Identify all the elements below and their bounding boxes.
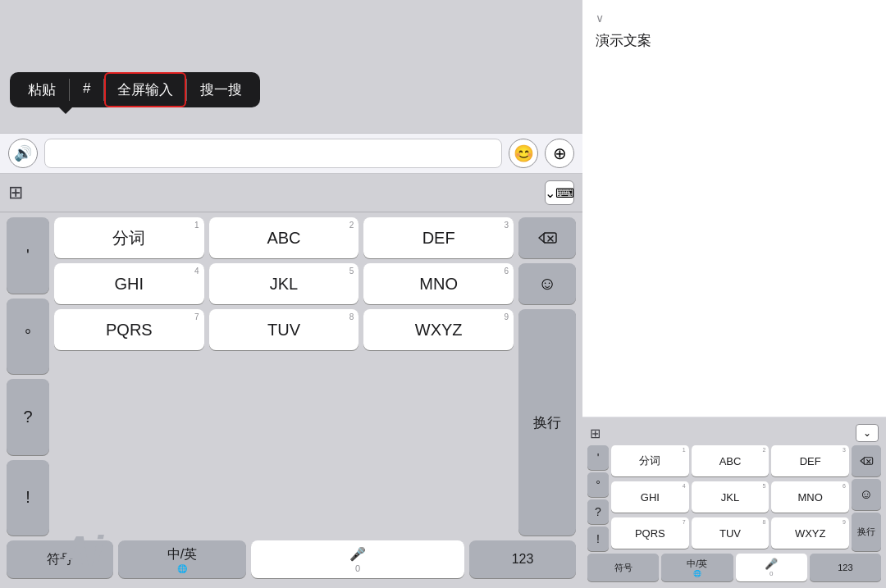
- symbol-column: ' ° ? !: [7, 217, 49, 536]
- right-content-area: ∨ 演示文案: [582, 0, 886, 417]
- mini-pqrs[interactable]: 7 PQRS: [611, 517, 689, 549]
- mini-symbol-bottom[interactable]: 符号: [587, 554, 659, 581]
- hide-keyboard-icon: ⌄⌨: [545, 185, 574, 201]
- voice-button[interactable]: 🔊: [8, 139, 38, 168]
- symbol-question[interactable]: ?: [7, 379, 49, 455]
- key-6-label: MNO: [419, 275, 458, 294]
- mini-1-label: 分词: [639, 454, 660, 468]
- key-abc[interactable]: 2 ABC: [209, 217, 359, 258]
- mini-5-label: JKL: [721, 491, 739, 504]
- mini-4-label: GHI: [641, 491, 660, 504]
- enter-key[interactable]: 换行: [518, 309, 576, 536]
- key-pqrs[interactable]: 7 PQRS: [54, 309, 204, 350]
- key-row-3: 7 PQRS 8 TUV 9 WXYZ: [54, 309, 514, 350]
- mini-1-num: 1: [683, 447, 686, 453]
- hide-keyboard-button[interactable]: ⌄⌨: [545, 180, 574, 205]
- key-7-label: PQRS: [106, 321, 153, 340]
- right-panel: ∨ 演示文案 ⊞ ⌄ ' ° ? !: [582, 0, 886, 588]
- emoji-icon: 😊: [514, 144, 534, 163]
- mini-chinese-bottom[interactable]: 中/英 🌐: [661, 554, 733, 581]
- plus-button[interactable]: ⊕: [545, 139, 574, 168]
- mini-enter-key[interactable]: 换行: [852, 513, 881, 551]
- text-input[interactable]: [44, 139, 502, 168]
- space-number-label: 0: [355, 563, 360, 573]
- key-9-number: 9: [504, 312, 509, 321]
- key-3-number: 3: [504, 221, 509, 230]
- mini-keyboard: ⊞ ⌄ ' ° ? ! 1 分词: [582, 417, 886, 588]
- tooltip-fullscreen[interactable]: 全屏输入: [104, 72, 186, 107]
- left-panel: 粘贴 # 全屏输入 搜一搜 🔊 😊 ⊕ ⊞ ⌄⌨ ': [0, 0, 582, 588]
- globe-sub: 🌐: [177, 564, 187, 573]
- mini-keyboard-toolbar: ⊞ ⌄: [585, 421, 884, 445]
- key-4-label: GHI: [115, 275, 144, 294]
- mini-5-num: 5: [762, 483, 765, 489]
- mini-def[interactable]: 3 DEF: [771, 445, 849, 476]
- space-mic-icon: 🎤: [349, 546, 366, 562]
- mini-backspace[interactable]: [852, 445, 881, 476]
- mini-question[interactable]: ?: [587, 499, 609, 524]
- key-wxyz[interactable]: 9 WXYZ: [363, 309, 514, 350]
- backspace-key[interactable]: [518, 217, 576, 258]
- number-label: 123: [512, 552, 534, 567]
- key-6-number: 6: [504, 267, 509, 276]
- key-jkl[interactable]: 5 JKL: [209, 263, 359, 304]
- mini-enter-label: 换行: [857, 526, 875, 538]
- mini-8-label: TUV: [719, 527, 741, 540]
- mini-7-num: 7: [683, 519, 686, 525]
- mini-wxyz[interactable]: 9 WXYZ: [771, 517, 849, 549]
- mini-symbol-bottom-label: 符号: [614, 562, 633, 574]
- mini-ghi[interactable]: 4 GHI: [611, 481, 689, 513]
- mini-grid-icon[interactable]: ⊞: [590, 426, 601, 441]
- key-mno[interactable]: 6 MNO: [363, 263, 514, 304]
- emoji-keyboard-key[interactable]: ☺: [518, 263, 576, 304]
- demo-text: 演示文案: [596, 31, 873, 50]
- mini-period[interactable]: °: [587, 472, 609, 497]
- space-key[interactable]: 🎤 0: [251, 540, 464, 578]
- main-keys: 1 分词 2 ABC 3 DEF 4 GHI: [54, 217, 514, 536]
- right-column: ☺ 换行: [518, 217, 576, 536]
- symbol-period[interactable]: °: [7, 299, 49, 375]
- key-8-label: TUV: [267, 321, 300, 340]
- mini-6-num: 6: [843, 483, 846, 489]
- mini-globe-icon: 🌐: [693, 570, 701, 577]
- symbol-apostrophe[interactable]: ': [7, 217, 49, 294]
- mini-space-key[interactable]: 🎤 0: [736, 554, 807, 581]
- mini-9-num: 9: [843, 519, 846, 525]
- mini-number-bottom[interactable]: 123: [810, 554, 881, 581]
- mini-9-label: WXYZ: [795, 527, 826, 540]
- grid-icon[interactable]: ⊞: [8, 182, 23, 203]
- mini-hide-icon: ⌄: [863, 427, 871, 439]
- mini-hide-button[interactable]: ⌄: [856, 424, 879, 442]
- mini-7-label: PQRS: [635, 527, 665, 540]
- tooltip-paste[interactable]: 粘贴: [15, 72, 69, 107]
- key-fensi[interactable]: 1 分词: [54, 217, 204, 258]
- key-ghi[interactable]: 4 GHI: [54, 263, 204, 304]
- mini-2-num: 2: [762, 447, 765, 453]
- number-key[interactable]: 123: [469, 540, 576, 578]
- mini-tuv[interactable]: 8 TUV: [692, 517, 770, 549]
- key-def[interactable]: 3 DEF: [363, 217, 514, 258]
- tooltip-search[interactable]: 搜一搜: [187, 72, 255, 107]
- mini-fensi[interactable]: 1 分词: [611, 445, 689, 476]
- key-2-label: ABC: [267, 229, 300, 248]
- key-3-label: DEF: [422, 229, 455, 248]
- mini-jkl[interactable]: 5 JKL: [692, 481, 770, 513]
- mini-key-row-3: 7 PQRS 8 TUV 9 WXYZ: [611, 517, 849, 549]
- key-5-number: 5: [349, 267, 354, 276]
- mini-exclaim[interactable]: !: [587, 526, 609, 551]
- mini-mno[interactable]: 6 MNO: [771, 481, 849, 513]
- tooltip-hash[interactable]: #: [70, 72, 103, 107]
- mini-apostrophe[interactable]: ': [587, 445, 609, 470]
- emoji-button[interactable]: 😊: [509, 139, 538, 168]
- key-4-number: 4: [194, 267, 199, 276]
- mini-emoji-key[interactable]: ☺: [852, 479, 881, 510]
- mini-key-row-2: 4 GHI 5 JKL 6 MNO: [611, 481, 849, 513]
- mini-4-num: 4: [683, 483, 686, 489]
- ai-label: Ai: [61, 526, 103, 576]
- key-2-number: 2: [349, 221, 354, 230]
- mini-abc[interactable]: 2 ABC: [692, 445, 770, 476]
- key-tuv[interactable]: 8 TUV: [209, 309, 359, 350]
- key-5-label: JKL: [270, 275, 298, 294]
- mini-right-col: ☺ 换行: [852, 445, 881, 551]
- voice-icon: 🔊: [14, 144, 32, 162]
